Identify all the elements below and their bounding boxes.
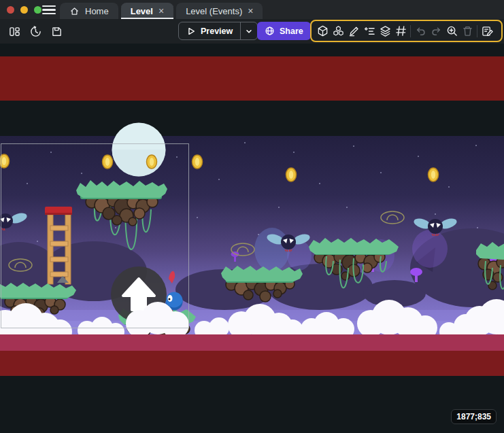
traffic-lights	[7, 6, 41, 14]
scene-editor-canvas[interactable]: 1877;835	[0, 44, 504, 433]
preview-button[interactable]: Preview	[178, 22, 258, 40]
coin[interactable]	[103, 155, 113, 169]
tab-level[interactable]: Level ×	[121, 3, 173, 19]
objects-group-icon[interactable]	[332, 25, 344, 37]
globe-icon	[265, 26, 275, 36]
coin[interactable]	[286, 168, 297, 181]
preview-label: Preview	[201, 27, 233, 36]
toolbar: Preview Share	[0, 19, 504, 44]
cursor-coordinates-badge: 1877;835	[451, 409, 497, 424]
close-window-button[interactable]	[7, 6, 14, 14]
save-icon[interactable]	[49, 24, 64, 39]
play-icon	[186, 27, 196, 36]
trash-icon	[461, 25, 473, 37]
object-cube-icon[interactable]	[316, 25, 329, 37]
redo-icon	[430, 25, 442, 37]
coin[interactable]	[192, 155, 203, 169]
zoom-window-button[interactable]	[34, 6, 41, 14]
home-icon	[69, 6, 80, 16]
edit-pencil-icon[interactable]	[348, 25, 360, 37]
edit-scene-icon[interactable]	[481, 25, 493, 37]
coin[interactable]	[147, 155, 157, 169]
undo-icon	[414, 25, 426, 37]
zoom-in-icon[interactable]	[446, 25, 458, 37]
layers-icon[interactable]	[379, 25, 391, 37]
grid-icon[interactable]	[394, 25, 407, 37]
coin[interactable]	[429, 168, 439, 181]
scene-render	[0, 44, 504, 433]
coin[interactable]	[0, 154, 10, 168]
moon[interactable]	[112, 123, 166, 177]
panels-icon[interactable]	[7, 24, 22, 39]
titlebar: Home Level × Level (Events) ×	[0, 0, 504, 19]
hamburger-menu-icon[interactable]	[42, 5, 56, 14]
tab-label: Level (Events)	[186, 6, 242, 16]
tab-home[interactable]: Home	[60, 3, 118, 19]
history-icon[interactable]	[28, 24, 43, 39]
tab-label: Home	[85, 6, 109, 16]
scene-tools-highlight	[310, 20, 503, 42]
share-label: Share	[280, 27, 303, 36]
red-band-bottom[interactable]	[0, 351, 504, 376]
toolbar-divider	[477, 25, 477, 37]
close-tab-icon[interactable]: ×	[248, 6, 253, 16]
pink-band[interactable]	[0, 334, 504, 351]
red-band-top[interactable]	[0, 56, 504, 101]
tab-label: Level	[131, 6, 153, 16]
preview-dropdown-button[interactable]	[240, 22, 257, 39]
instances-list-icon[interactable]	[363, 25, 375, 37]
tab-level-events[interactable]: Level (Events) ×	[176, 3, 263, 19]
share-button[interactable]: Share	[257, 22, 311, 40]
tab-bar: Home Level × Level (Events) ×	[60, 3, 263, 19]
toolbar-divider	[410, 25, 411, 37]
close-tab-icon[interactable]: ×	[158, 6, 164, 16]
minimize-window-button[interactable]	[20, 6, 28, 14]
chevron-down-icon	[245, 27, 253, 35]
